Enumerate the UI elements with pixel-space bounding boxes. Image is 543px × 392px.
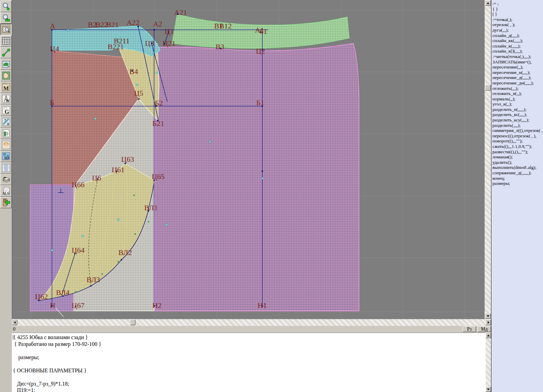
command-item[interactable]: := ;: [492, 1, 543, 6]
selection-handle[interactable]: [209, 141, 211, 143]
grid-icon: [2, 37, 11, 45]
grid-button[interactable]: [0, 35, 12, 47]
sizes-ruler-button[interactable]: 7 8: [0, 116, 12, 128]
zoom-window-button[interactable]: [0, 12, 12, 24]
editor-scroll-up-button[interactable]: [486, 333, 491, 338]
selection-handle[interactable]: [166, 224, 168, 226]
command-item[interactable]: перенос((),отрезок( , ),: [492, 133, 543, 139]
command-item[interactable]: пересечение_н(,,,,);: [492, 70, 543, 75]
command-item[interactable]: пересечение_д(,,,,,);: [492, 75, 543, 80]
scroll-left-button[interactable]: [12, 319, 17, 325]
md-button[interactable]: Мд: [478, 326, 491, 332]
spreadsheet-button[interactable]: [0, 128, 12, 139]
editor-line[interactable]: { 4255 Юбка с воланами сзади }: [13, 334, 486, 341]
command-item[interactable]: { }: [492, 6, 543, 12]
command-item[interactable]: симметрия_л((),отрезок( , ),: [492, 128, 543, 133]
horizontal-scroll-thumb[interactable]: [130, 319, 135, 325]
point-marker[interactable]: [138, 98, 139, 100]
point-label: А2: [153, 20, 162, 28]
selection-handle[interactable]: [52, 250, 53, 251]
selection-handle[interactable]: [136, 84, 138, 86]
selection-handle[interactable]: [95, 118, 96, 120]
editor-line[interactable]: [13, 374, 486, 380]
threed-button[interactable]: 3D: [0, 151, 12, 162]
m-letter-button[interactable]: M: [0, 81, 12, 93]
scroll-right-button[interactable]: [486, 319, 491, 325]
selection-handle[interactable]: [156, 72, 158, 74]
alg-doc-button[interactable]: ALG: [0, 185, 12, 197]
command-item[interactable]: [ ]: [492, 12, 543, 17]
command-item[interactable]: сжать((),,,1.1,0.9,"");: [492, 144, 543, 149]
vertical-scroll-thumb[interactable]: [485, 85, 491, 91]
command-item[interactable]: поворот((),,,"");: [492, 138, 543, 144]
selection-handle[interactable]: [262, 178, 263, 179]
editor-line[interactable]: П19:=1;: [13, 387, 486, 392]
command-item[interactable]: сплайн_к[](,,,,);: [492, 48, 543, 54]
command-item[interactable]: ЗАПИСАТЬ(имя=(),: [492, 59, 543, 65]
point-label: Б1: [256, 98, 264, 107]
editor-vertical-scrollbar[interactable]: [486, 333, 491, 392]
command-item[interactable]: сопряжение_д(,,,,,,);: [492, 170, 543, 176]
command-item[interactable]: нормаль(,,);: [492, 96, 543, 102]
point-marker[interactable]: [90, 285, 92, 287]
command-item[interactable]: отложить_в(,,);: [492, 91, 543, 96]
books-button[interactable]: [0, 174, 12, 185]
zoom-in-button[interactable]: [0, 1, 12, 12]
editor-lines: { 4255 Юбка с воланами сзади } { Разрабо…: [13, 334, 486, 392]
portrait-button[interactable]: [0, 139, 12, 151]
svg-text:ALG: ALG: [2, 191, 10, 195]
command-item[interactable]: размеры;: [492, 181, 543, 186]
point-marker[interactable]: [153, 29, 155, 31]
command-item[interactable]: :=точка(,);: [492, 17, 543, 22]
command-item[interactable]: развести((),(),,,"");: [492, 149, 543, 155]
editor-line[interactable]: [13, 360, 486, 367]
canvas-horizontal-scrollbar[interactable]: [12, 319, 491, 326]
command-item[interactable]: ломаная();: [492, 154, 543, 160]
editor-line[interactable]: Дю:=(рз_7-рз_9)*1.18;: [13, 380, 486, 387]
g-letter-button[interactable]: G: [0, 104, 12, 116]
rz-button[interactable]: Рз: [463, 326, 476, 332]
measure-segment-button[interactable]: [0, 47, 12, 58]
command-item[interactable]: пересечение_дн(,,,,,);: [492, 80, 543, 86]
editor-line[interactable]: [13, 347, 486, 354]
selection-handle[interactable]: [68, 30, 69, 32]
compass-letters-button[interactable]: W: [0, 93, 12, 104]
selection-handle[interactable]: [118, 219, 119, 221]
selection-handle[interactable]: [82, 236, 84, 237]
command-item[interactable]: сплайн_д(,,,,);: [492, 33, 543, 38]
command-item[interactable]: дуга(,,,);: [492, 27, 543, 33]
command-item[interactable]: :=метка(точка(,),,,,);: [492, 54, 543, 59]
command-item[interactable]: разделить(,,,,);: [492, 123, 543, 128]
zoom-pattern-button[interactable]: [0, 24, 12, 35]
canvas-vertical-scrollbar[interactable]: [485, 0, 491, 319]
editor-scroll-down-button[interactable]: [486, 387, 491, 392]
exit-button[interactable]: [0, 197, 12, 208]
image-view-button[interactable]: [0, 58, 12, 70]
command-item[interactable]: конец;: [492, 176, 543, 181]
command-item[interactable]: выполнить(dmod\.alg);: [492, 165, 543, 170]
point-label: А: [50, 22, 55, 30]
point-marker[interactable]: [262, 171, 263, 172]
scroll-down-button[interactable]: [485, 313, 491, 319]
command-item[interactable]: разделить_ксу(,,,,);: [492, 117, 543, 123]
editor-line[interactable]: { Разработано на размер 170-92-100 }: [13, 341, 486, 348]
pattern-frame-button[interactable]: [0, 70, 12, 81]
command-item[interactable]: сплайн_к(,,,,,);: [492, 43, 543, 49]
point-marker[interactable]: [121, 259, 122, 260]
editor-line[interactable]: размеры;: [13, 354, 486, 361]
command-item[interactable]: удалить();: [492, 160, 543, 165]
command-item[interactable]: угол_к(,,);: [492, 101, 543, 107]
scroll-up-button[interactable]: [485, 0, 491, 6]
pattern-canvas[interactable]: АВ2В22В21А22А2Ц1А21В1В12А1б1Ц4В211В221Ц3…: [12, 0, 485, 319]
command-item[interactable]: пересечение(,,);: [492, 64, 543, 70]
command-item[interactable]: отрезок( , );: [492, 22, 543, 27]
command-item[interactable]: разделить_кс(,,,,);: [492, 112, 543, 117]
point-label: Ц5: [134, 89, 143, 97]
command-item[interactable]: сплайн_кк(,,,,,);: [492, 38, 543, 43]
command-item[interactable]: разделить_н(,,,,,);: [492, 107, 543, 112]
piece-main-skirt[interactable]: [155, 43, 359, 311]
algorithm-editor[interactable]: { 4255 Юбка с воланами сзади } { Разрабо…: [12, 333, 486, 392]
editor-line[interactable]: { ОСНОВНЫЕ ПАРАМЕТРЫ }: [13, 367, 486, 374]
command-item[interactable]: отложить(,,,);: [492, 86, 543, 91]
text-list-button[interactable]: [0, 162, 12, 174]
